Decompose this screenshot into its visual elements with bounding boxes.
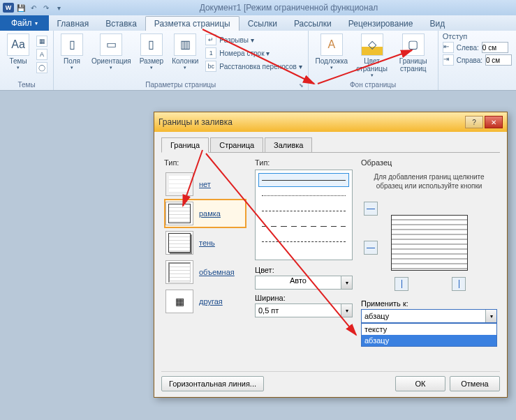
orientation-label: Ориентация (91, 57, 131, 65)
indent-left-label: Слева: (457, 44, 479, 52)
hyphenation-button[interactable]: bcРасстановка переносов ▾ (204, 60, 303, 73)
qat-customize-icon[interactable]: ▾ (53, 2, 64, 13)
dialog-tabs: Граница Страница Заливка (161, 137, 500, 153)
tab-review[interactable]: Рецензирование (340, 17, 422, 31)
apply-option-paragraph[interactable]: абзацу (362, 335, 496, 346)
border-left-toggle[interactable] (395, 277, 408, 291)
file-tab[interactable]: Файл (0, 15, 49, 31)
preview-sample[interactable] (391, 215, 468, 271)
color-dropdown-icon[interactable]: ▾ (341, 276, 353, 290)
tab-page-border[interactable]: Страница (210, 137, 263, 152)
dialog-titlebar[interactable]: Границы и заливка ? ✕ (154, 112, 507, 132)
page-color-button[interactable]: ◇Цвет страницы (353, 32, 390, 80)
width-combo[interactable]: 0,5 пт ▾ (255, 303, 353, 317)
size-button[interactable]: ▯Размер (137, 32, 166, 72)
tab-insert[interactable]: Вставка (97, 17, 145, 31)
style-dashed-m[interactable] (258, 204, 349, 218)
theme-fonts[interactable]: A (35, 48, 49, 61)
line-numbers-button[interactable]: 1Номера строк ▾ (204, 47, 303, 59)
preview-box (361, 197, 497, 288)
type-3d[interactable]: объемная (164, 257, 246, 287)
indent-right-input[interactable] (485, 54, 512, 66)
help-button[interactable]: ? (465, 116, 483, 128)
tab-mailings[interactable]: Рассылки (286, 17, 340, 31)
type-none[interactable]: нет (164, 170, 246, 199)
style-dashdot[interactable] (258, 234, 349, 248)
group-page-setup: ▯Поля ▭Ориентация ▯Размер ▥Колонки ↵Разр… (54, 31, 309, 90)
style-heading: Тип: (255, 158, 353, 167)
page-borders-button[interactable]: ▢Границы страниц (393, 32, 434, 74)
tab-view[interactable]: Вид (421, 17, 453, 31)
launcher-icon[interactable]: ⬊ (299, 82, 304, 89)
cancel-button[interactable]: Отмена (450, 376, 500, 391)
dropdown-arrow-icon (330, 65, 333, 70)
theme-effects[interactable]: ◯ (35, 61, 49, 74)
style-list[interactable] (255, 170, 353, 260)
color-value: Авто (255, 276, 341, 290)
breaks-button[interactable]: ↵Разрывы ▾ (204, 33, 303, 46)
style-dashed-l[interactable] (258, 219, 349, 233)
orientation-button[interactable]: ▭Ориентация (89, 32, 134, 72)
watermark-icon: A (320, 33, 343, 56)
apply-dropdown-icon[interactable]: ▾ (485, 310, 496, 322)
horizontal-line-button[interactable]: Горизонтальная линия... (161, 376, 264, 391)
page-color-icon: ◇ (361, 33, 383, 56)
apply-value: абзацу (361, 309, 497, 323)
style-dashed-s[interactable] (258, 188, 349, 202)
fonts-icon: A (36, 49, 47, 60)
indent-right-label: Справа: (457, 57, 482, 64)
ok-button[interactable]: ОК (395, 376, 445, 391)
group-label-themes: Темы (4, 80, 49, 90)
preview-column: Образец Для добавления границ щелкните о… (361, 158, 497, 366)
style-column: Тип: Цвет: Авто ▾ Ширина: 0,5 пт ▾ (255, 158, 353, 366)
type-shadow[interactable]: тень (164, 228, 246, 257)
dialog-window-buttons: ? ✕ (465, 116, 503, 128)
save-icon[interactable]: 💾 (15, 2, 27, 13)
border-right-toggle[interactable] (452, 277, 466, 291)
themes-label: Темы (9, 57, 27, 65)
setting-column: Тип: нет рамка тень объемная ▦другая (164, 158, 246, 366)
columns-button[interactable]: ▥Колонки (169, 32, 201, 72)
style-solid[interactable] (258, 173, 349, 187)
indent-right-row: ⇥ Справа: (443, 54, 512, 66)
dropdown-arrow-icon (17, 65, 20, 70)
line-numbers-label: Номера строк ▾ (219, 50, 270, 57)
group-themes: Aa Темы ▦ A ◯ Темы (0, 31, 54, 90)
columns-label: Колонки (172, 57, 198, 65)
undo-icon[interactable]: ↶ (28, 2, 39, 13)
themes-button[interactable]: Aa Темы (4, 32, 32, 72)
page-options: ↵Разрывы ▾ 1Номера строк ▾ bcРасстановка… (204, 32, 303, 73)
page-borders-label: Границы страниц (396, 57, 431, 73)
border-top-toggle[interactable] (364, 202, 378, 216)
dropdown-arrow-icon (150, 65, 153, 70)
watermark-button[interactable]: AПодложка (313, 32, 351, 72)
dropdown-arrow-icon (371, 73, 374, 78)
size-icon: ▯ (140, 33, 163, 56)
breaks-label: Разрывы ▾ (219, 36, 253, 44)
tab-references[interactable]: Ссылки (239, 17, 286, 31)
redo-icon[interactable]: ↷ (40, 2, 52, 13)
indent-left-input[interactable] (482, 42, 508, 53)
apply-combo[interactable]: абзацу ▾ тексту абзацу (361, 309, 497, 323)
group-label-page: Параметры страницы⬊ (58, 80, 304, 90)
apply-option-text[interactable]: тексту (362, 324, 496, 335)
color-combo[interactable]: Авто ▾ (255, 276, 353, 290)
word-icon: W (3, 3, 14, 13)
type-box[interactable]: рамка (164, 199, 246, 228)
indent-heading: Отступ (443, 32, 512, 40)
dropdown-arrow-icon (71, 65, 73, 70)
theme-colors[interactable]: ▦ (35, 35, 49, 47)
tab-home[interactable]: Главная (49, 17, 98, 31)
columns-icon: ▥ (174, 33, 196, 56)
margins-label: Поля (64, 57, 80, 65)
tab-page-layout[interactable]: Разметка страницы (145, 16, 239, 31)
close-button[interactable]: ✕ (485, 116, 503, 128)
apply-heading: Применить к: (361, 299, 497, 308)
tab-shading[interactable]: Заливка (265, 137, 312, 152)
tab-border[interactable]: Граница (161, 137, 209, 153)
dropdown-arrow-icon (110, 65, 112, 70)
border-bottom-toggle[interactable] (364, 241, 378, 255)
width-dropdown-icon[interactable]: ▾ (341, 303, 353, 317)
type-custom[interactable]: ▦другая (164, 287, 246, 316)
margins-button[interactable]: ▯Поля (58, 32, 86, 72)
